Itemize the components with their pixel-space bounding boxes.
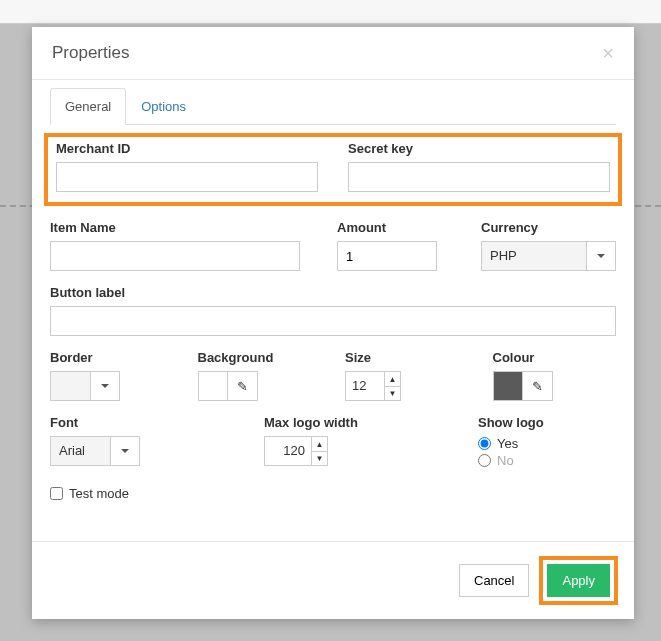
chevron-down-icon (587, 242, 615, 270)
font-value: Arial (51, 437, 111, 465)
colour-colorpicker[interactable]: ✎ (493, 371, 617, 401)
secret-key-label: Secret key (348, 141, 610, 156)
editor-toolbar (0, 0, 661, 24)
merchant-id-input[interactable] (56, 162, 318, 192)
size-value: 12 (345, 371, 385, 401)
max-logo-width-label: Max logo width (264, 415, 454, 430)
close-icon[interactable]: × (602, 43, 614, 63)
show-logo-label: Show logo (478, 415, 616, 430)
tab-options[interactable]: Options (126, 88, 201, 124)
border-value (51, 372, 91, 400)
currency-value: PHP (482, 242, 587, 270)
colour-swatch (493, 371, 523, 401)
pencil-icon: ✎ (228, 371, 258, 401)
chevron-down-icon (111, 437, 139, 465)
chevron-down-icon[interactable]: ▼ (385, 386, 401, 401)
size-label: Size (345, 350, 469, 365)
font-select[interactable]: Arial (50, 436, 140, 466)
modal-footer: Cancel Apply (32, 541, 634, 619)
chevron-down-icon[interactable]: ▼ (312, 451, 328, 466)
show-logo-yes-radio[interactable] (478, 437, 491, 450)
test-mode-label: Test mode (69, 486, 129, 501)
apply-highlight: Apply (539, 556, 618, 605)
border-select[interactable] (50, 371, 120, 401)
colour-label: Colour (493, 350, 617, 365)
chevron-up-icon[interactable]: ▲ (312, 436, 328, 451)
cancel-button[interactable]: Cancel (459, 564, 529, 597)
background-label: Background (198, 350, 322, 365)
show-logo-yes-label: Yes (497, 436, 518, 451)
modal-header: Properties × (32, 27, 634, 80)
properties-modal: Properties × General Options Merchant ID… (32, 27, 634, 619)
amount-label: Amount (337, 220, 457, 235)
item-name-label: Item Name (50, 220, 313, 235)
font-label: Font (50, 415, 240, 430)
apply-button[interactable]: Apply (547, 564, 610, 597)
size-stepper[interactable]: 12 ▲ ▼ (345, 371, 469, 401)
button-label-label: Button label (50, 285, 616, 300)
pencil-icon: ✎ (523, 371, 553, 401)
max-logo-width-stepper[interactable]: 120 ▲ ▼ (264, 436, 454, 466)
chevron-down-icon (91, 372, 119, 400)
max-logo-width-value: 120 (264, 436, 312, 466)
test-mode-checkbox[interactable] (50, 487, 63, 500)
modal-title: Properties (52, 43, 129, 63)
border-label: Border (50, 350, 174, 365)
modal-body: General Options Merchant ID Secret key I… (32, 80, 634, 541)
show-logo-no-label: No (497, 453, 514, 468)
amount-input[interactable] (337, 241, 437, 271)
required-credentials-highlight: Merchant ID Secret key (44, 133, 622, 206)
currency-select[interactable]: PHP (481, 241, 616, 271)
merchant-id-label: Merchant ID (56, 141, 318, 156)
item-name-input[interactable] (50, 241, 300, 271)
background-colorpicker[interactable]: ✎ (198, 371, 322, 401)
button-label-input[interactable] (50, 306, 616, 336)
chevron-up-icon[interactable]: ▲ (385, 371, 401, 386)
background-swatch (198, 371, 228, 401)
tab-general[interactable]: General (50, 88, 126, 125)
show-logo-no-radio[interactable] (478, 454, 491, 467)
secret-key-input[interactable] (348, 162, 610, 192)
currency-label: Currency (481, 220, 616, 235)
tabs: General Options (50, 88, 616, 125)
